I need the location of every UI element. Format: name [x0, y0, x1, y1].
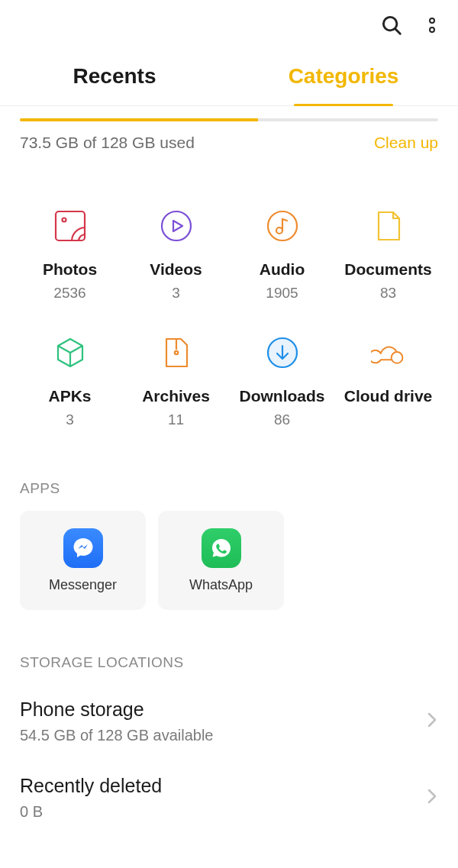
category-label: Downloads [239, 387, 324, 405]
messenger-icon [63, 528, 103, 568]
tab-recents[interactable]: Recents [0, 50, 229, 105]
location-recently-deleted[interactable]: Recently deleted 0 B [20, 761, 438, 837]
svg-line-1 [395, 29, 401, 34]
category-label: Videos [150, 260, 202, 279]
category-downloads[interactable]: Downloads 86 [229, 335, 335, 428]
category-count: 3 [172, 285, 180, 302]
svg-point-2 [430, 18, 434, 23]
category-count: 3 [66, 411, 74, 428]
category-cloud-drive[interactable]: Cloud drive [335, 335, 441, 428]
category-count: 2536 [53, 285, 85, 302]
category-count: 1905 [266, 285, 298, 302]
storage-used-text: 73.5 GB of 128 GB used [20, 134, 195, 152]
category-photos[interactable]: Photos 2536 [17, 208, 123, 302]
audio-icon [265, 208, 300, 244]
location-title: Phone storage [20, 699, 214, 721]
category-label: Cloud drive [344, 387, 433, 405]
downloads-icon [265, 335, 300, 370]
category-label: Documents [344, 260, 431, 279]
category-archives[interactable]: Archives 11 [123, 335, 229, 428]
apps-header: APPS [0, 428, 458, 497]
app-card-messenger[interactable]: Messenger [20, 511, 146, 610]
archives-icon [159, 335, 194, 370]
svg-point-6 [162, 211, 191, 240]
svg-point-8 [276, 227, 282, 234]
category-videos[interactable]: Videos 3 [123, 208, 229, 302]
category-count: 83 [380, 285, 396, 302]
category-label: APKs [48, 387, 91, 405]
cleanup-button[interactable]: Clean up [374, 134, 438, 152]
app-name: WhatsApp [189, 577, 253, 593]
svg-point-3 [430, 27, 434, 32]
more-icon[interactable] [424, 14, 440, 37]
app-name: Messenger [49, 577, 117, 593]
svg-point-11 [391, 352, 402, 363]
category-count: 11 [168, 411, 184, 428]
svg-point-5 [62, 218, 66, 222]
chevron-right-icon [426, 787, 438, 808]
cloud-icon [371, 335, 406, 370]
category-documents[interactable]: Documents 83 [335, 208, 441, 302]
photos-icon [53, 208, 88, 244]
search-icon[interactable] [380, 14, 403, 37]
location-title: Recently deleted [20, 775, 162, 797]
category-audio[interactable]: Audio 1905 [229, 208, 335, 302]
category-label: Audio [260, 260, 305, 279]
app-card-whatsapp[interactable]: WhatsApp [158, 511, 284, 610]
category-apks[interactable]: APKs 3 [17, 335, 123, 428]
location-subtitle: 0 B [20, 803, 162, 821]
whatsapp-icon [202, 528, 241, 568]
storage-bar [0, 106, 458, 121]
svg-point-9 [174, 351, 177, 354]
chevron-right-icon [426, 711, 438, 732]
category-label: Photos [43, 260, 97, 279]
videos-icon [159, 208, 194, 244]
apks-icon [53, 335, 88, 370]
category-count: 86 [274, 411, 290, 428]
documents-icon [371, 208, 406, 244]
storage-locations-header: STORAGE LOCATIONS [0, 610, 458, 671]
tab-categories[interactable]: Categories [229, 50, 458, 105]
location-phone-storage[interactable]: Phone storage 54.5 GB of 128 GB availabl… [20, 685, 438, 761]
location-subtitle: 54.5 GB of 128 GB available [20, 727, 214, 744]
category-label: Archives [142, 387, 210, 405]
